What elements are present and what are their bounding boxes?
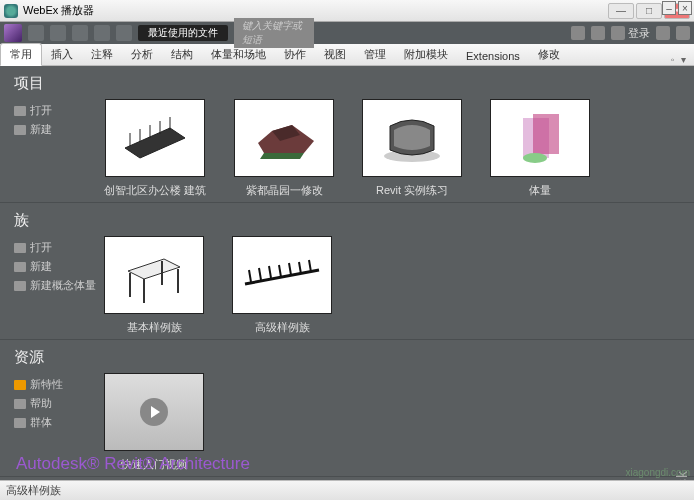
project-links: 打开 新建: [14, 99, 104, 198]
svg-line-17: [289, 263, 291, 275]
tab-common[interactable]: 常用: [0, 43, 42, 66]
tab-annotate[interactable]: 注释: [82, 44, 122, 65]
video-thumb-icon: [104, 373, 204, 451]
project-card[interactable]: Revit 实例练习: [362, 99, 462, 198]
card-label: 高级样例族: [255, 320, 310, 335]
svg-line-18: [299, 262, 301, 274]
window-title: WebEx 播放器: [23, 3, 94, 18]
project-thumb-icon: [234, 99, 334, 177]
family-card[interactable]: 高级样例族: [232, 236, 332, 335]
card-label: Revit 实例练习: [376, 183, 448, 198]
subscription-icon[interactable]: [571, 26, 585, 40]
resource-whatsnew-link[interactable]: 新特性: [14, 377, 104, 392]
folder-open-icon: [14, 243, 26, 253]
outer-window-controls: – ×: [662, 1, 692, 15]
svg-line-14: [259, 268, 261, 280]
exchange-icon[interactable]: [656, 26, 670, 40]
family-new-mass-link[interactable]: 新建概念体量: [14, 278, 104, 293]
family-cards: 基本样例族 高级样例族: [104, 236, 332, 335]
revit-app-icon[interactable]: [4, 24, 22, 42]
family-open-link[interactable]: 打开: [14, 240, 104, 255]
section-projects: 项目 打开 新建 创智北区办公楼 建筑 紫都晶园一修改: [0, 66, 694, 203]
qat-redo-icon[interactable]: [94, 25, 110, 41]
resource-community-link[interactable]: 群体: [14, 415, 104, 430]
project-thumb-icon: [362, 99, 462, 177]
status-text: 高级样例族: [6, 484, 61, 496]
family-thumb-icon: [232, 236, 332, 314]
svg-rect-5: [533, 114, 559, 154]
project-new-link[interactable]: 新建: [14, 122, 104, 137]
tab-view[interactable]: 视图: [315, 44, 355, 65]
qat-save-icon[interactable]: [50, 25, 66, 41]
quick-access-toolbar: 最近使用的文件 键入关键字或短语 登录: [0, 22, 694, 44]
project-card[interactable]: 体量: [490, 99, 590, 198]
tab-manage[interactable]: 管理: [355, 44, 395, 65]
start-page: 项目 打开 新建 创智北区办公楼 建筑 紫都晶园一修改: [0, 66, 694, 480]
ribbon-expand-icon[interactable]: ◦ ▾: [671, 54, 694, 65]
product-branding: Autodesk® Revit® Architecture: [16, 454, 250, 474]
project-open-link[interactable]: 打开: [14, 103, 104, 118]
tab-massing[interactable]: 体量和场地: [202, 44, 275, 65]
folder-open-icon: [14, 106, 26, 116]
tab-analyze[interactable]: 分析: [122, 44, 162, 65]
site-watermark: xiagongdi.com: [626, 467, 690, 478]
svg-line-19: [309, 260, 311, 272]
card-label: 基本样例族: [127, 320, 182, 335]
svg-line-12: [245, 270, 319, 284]
project-thumb-icon: [490, 99, 590, 177]
svg-marker-7: [128, 259, 180, 279]
qat-open-icon[interactable]: [28, 25, 44, 41]
outer-minimize-icon[interactable]: –: [662, 1, 676, 15]
help-icon: [14, 399, 26, 409]
file-new-icon: [14, 125, 26, 135]
tab-structure[interactable]: 结构: [162, 44, 202, 65]
status-bar: 高级样例族: [0, 480, 694, 500]
tab-extensions[interactable]: Extensions: [457, 47, 529, 65]
project-cards: 创智北区办公楼 建筑 紫都晶园一修改 Revit 实例练习: [104, 99, 590, 198]
tab-collaborate[interactable]: 协作: [275, 44, 315, 65]
login-button[interactable]: 登录: [611, 26, 650, 41]
project-thumb-icon: [105, 99, 205, 177]
section-title-families: 族: [14, 211, 680, 230]
titlebar: WebEx 播放器 — □ ×: [0, 0, 694, 22]
svg-point-6: [523, 153, 547, 163]
login-label: 登录: [628, 26, 650, 41]
favorites-icon[interactable]: [591, 26, 605, 40]
family-card[interactable]: 基本样例族: [104, 236, 204, 335]
svg-line-16: [279, 265, 281, 277]
svg-marker-2: [260, 153, 304, 159]
outer-close-icon[interactable]: ×: [678, 1, 692, 15]
svg-line-15: [269, 266, 271, 278]
minimize-button[interactable]: —: [608, 3, 634, 19]
qat-undo-icon[interactable]: [72, 25, 88, 41]
section-title-projects: 项目: [14, 74, 680, 93]
family-links: 打开 新建 新建概念体量: [14, 236, 104, 335]
card-label: 创智北区办公楼 建筑: [104, 183, 206, 198]
community-icon: [14, 418, 26, 428]
svg-line-13: [249, 270, 251, 282]
maximize-button[interactable]: □: [636, 3, 662, 19]
tab-modify[interactable]: 修改: [529, 44, 569, 65]
resource-help-link[interactable]: 帮助: [14, 396, 104, 411]
tab-addins[interactable]: 附加模块: [395, 44, 457, 65]
card-label: 体量: [529, 183, 551, 198]
recent-files-dropdown[interactable]: 最近使用的文件: [138, 25, 228, 41]
ribbon-tabs: 常用 插入 注释 分析 结构 体量和场地 协作 视图 管理 附加模块 Exten…: [0, 44, 694, 66]
play-icon: [140, 398, 168, 426]
app-icon: [4, 4, 18, 18]
family-new-link[interactable]: 新建: [14, 259, 104, 274]
section-families: 族 打开 新建 新建概念体量 基本样例族 高级样例族: [0, 203, 694, 340]
project-card[interactable]: 紫都晶园一修改: [234, 99, 334, 198]
help-icon[interactable]: [676, 26, 690, 40]
section-title-resources: 资源: [14, 348, 680, 367]
project-card[interactable]: 创智北区办公楼 建筑: [104, 99, 206, 198]
mass-new-icon: [14, 281, 26, 291]
family-thumb-icon: [104, 236, 204, 314]
tab-insert[interactable]: 插入: [42, 44, 82, 65]
qat-print-icon[interactable]: [116, 25, 132, 41]
star-icon: [14, 380, 26, 390]
file-new-icon: [14, 262, 26, 272]
card-label: 紫都晶园一修改: [246, 183, 323, 198]
user-icon: [611, 26, 625, 40]
